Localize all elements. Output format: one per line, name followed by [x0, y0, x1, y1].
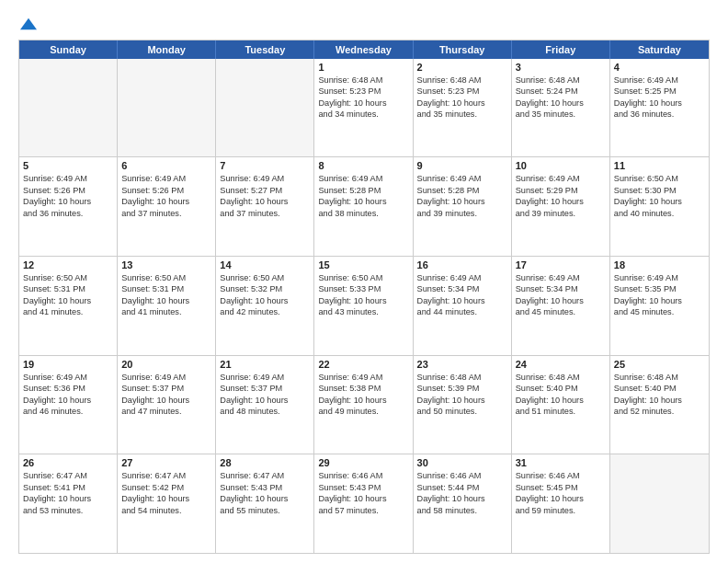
calendar-cell-5: 5Sunrise: 6:49 AM Sunset: 5:26 PM Daylig… [19, 157, 118, 256]
day-number: 6 [121, 160, 211, 171]
day-number: 9 [417, 160, 507, 171]
cell-info: Sunrise: 6:50 AM Sunset: 5:31 PM Dayligh… [121, 272, 211, 318]
day-number: 25 [614, 359, 705, 370]
calendar-cell-29: 29Sunrise: 6:46 AM Sunset: 5:43 PM Dayli… [314, 454, 413, 553]
weekday-header-monday: Monday [118, 40, 216, 59]
cell-info: Sunrise: 6:46 AM Sunset: 5:44 PM Dayligh… [417, 470, 507, 516]
calendar-row-4: 26Sunrise: 6:47 AM Sunset: 5:41 PM Dayli… [19, 454, 709, 553]
cell-info: Sunrise: 6:49 AM Sunset: 5:27 PM Dayligh… [220, 173, 310, 219]
calendar: SundayMondayTuesdayWednesdayThursdayFrid… [18, 40, 710, 554]
calendar-cell-12: 12Sunrise: 6:50 AM Sunset: 5:31 PM Dayli… [19, 257, 118, 355]
cell-info: Sunrise: 6:49 AM Sunset: 5:34 PM Dayligh… [417, 272, 507, 318]
weekday-header-thursday: Thursday [414, 40, 512, 59]
svg-marker-0 [20, 17, 37, 29]
cell-info: Sunrise: 6:48 AM Sunset: 5:40 PM Dayligh… [614, 372, 705, 418]
calendar-cell-13: 13Sunrise: 6:50 AM Sunset: 5:31 PM Dayli… [118, 257, 216, 355]
cell-info: Sunrise: 6:48 AM Sunset: 5:23 PM Dayligh… [318, 75, 408, 121]
cell-info: Sunrise: 6:48 AM Sunset: 5:39 PM Dayligh… [417, 372, 507, 418]
day-number: 30 [417, 457, 507, 468]
day-number: 14 [220, 259, 310, 270]
day-number: 19 [23, 359, 113, 370]
cell-info: Sunrise: 6:49 AM Sunset: 5:36 PM Dayligh… [23, 372, 113, 418]
weekday-header-friday: Friday [512, 40, 610, 59]
calendar-cell-4: 4Sunrise: 6:49 AM Sunset: 5:25 PM Daylig… [610, 59, 709, 157]
logo [18, 15, 37, 32]
calendar-row-3: 19Sunrise: 6:49 AM Sunset: 5:36 PM Dayli… [19, 355, 709, 454]
calendar-cell-21: 21Sunrise: 6:49 AM Sunset: 5:37 PM Dayli… [216, 356, 314, 454]
weekday-header-wednesday: Wednesday [314, 40, 413, 59]
calendar-cell-28: 28Sunrise: 6:47 AM Sunset: 5:43 PM Dayli… [216, 454, 314, 553]
weekday-header-sunday: Sunday [19, 40, 118, 59]
day-number: 22 [318, 359, 408, 370]
cell-info: Sunrise: 6:50 AM Sunset: 5:30 PM Dayligh… [614, 173, 705, 219]
cell-info: Sunrise: 6:49 AM Sunset: 5:38 PM Dayligh… [318, 372, 408, 418]
cell-info: Sunrise: 6:49 AM Sunset: 5:35 PM Dayligh… [614, 272, 705, 318]
calendar-cell-11: 11Sunrise: 6:50 AM Sunset: 5:30 PM Dayli… [610, 157, 709, 256]
cell-info: Sunrise: 6:49 AM Sunset: 5:26 PM Dayligh… [121, 173, 211, 219]
cell-info: Sunrise: 6:49 AM Sunset: 5:34 PM Dayligh… [516, 272, 606, 318]
day-number: 26 [23, 457, 113, 468]
cell-info: Sunrise: 6:48 AM Sunset: 5:24 PM Dayligh… [516, 75, 606, 121]
cell-info: Sunrise: 6:47 AM Sunset: 5:42 PM Dayligh… [121, 470, 211, 516]
cell-info: Sunrise: 6:49 AM Sunset: 5:29 PM Dayligh… [516, 173, 606, 219]
cell-info: Sunrise: 6:50 AM Sunset: 5:32 PM Dayligh… [220, 272, 310, 318]
calendar-cell-empty-1 [118, 59, 216, 157]
day-number: 24 [516, 359, 606, 370]
calendar-body: 1Sunrise: 6:48 AM Sunset: 5:23 PM Daylig… [19, 59, 709, 553]
day-number: 7 [220, 160, 310, 171]
day-number: 13 [121, 259, 211, 270]
calendar-cell-16: 16Sunrise: 6:49 AM Sunset: 5:34 PM Dayli… [414, 257, 512, 355]
day-number: 17 [516, 259, 606, 270]
day-number: 21 [220, 359, 310, 370]
cell-info: Sunrise: 6:49 AM Sunset: 5:28 PM Dayligh… [318, 173, 408, 219]
calendar-cell-10: 10Sunrise: 6:49 AM Sunset: 5:29 PM Dayli… [512, 157, 610, 256]
calendar-cell-8: 8Sunrise: 6:49 AM Sunset: 5:28 PM Daylig… [314, 157, 413, 256]
cell-info: Sunrise: 6:47 AM Sunset: 5:43 PM Dayligh… [220, 470, 310, 516]
day-number: 18 [614, 259, 705, 270]
calendar-cell-empty-0 [19, 59, 118, 157]
calendar-cell-27: 27Sunrise: 6:47 AM Sunset: 5:42 PM Dayli… [118, 454, 216, 553]
calendar-cell-24: 24Sunrise: 6:48 AM Sunset: 5:40 PM Dayli… [512, 356, 610, 454]
cell-info: Sunrise: 6:46 AM Sunset: 5:43 PM Dayligh… [318, 470, 408, 516]
cell-info: Sunrise: 6:46 AM Sunset: 5:45 PM Dayligh… [516, 470, 606, 516]
day-number: 16 [417, 259, 507, 270]
day-number: 27 [121, 457, 211, 468]
day-number: 12 [23, 259, 113, 270]
day-number: 15 [318, 259, 408, 270]
day-number: 8 [318, 160, 408, 171]
day-number: 10 [516, 160, 606, 171]
cell-info: Sunrise: 6:50 AM Sunset: 5:33 PM Dayligh… [318, 272, 408, 318]
calendar-row-0: 1Sunrise: 6:48 AM Sunset: 5:23 PM Daylig… [19, 59, 709, 157]
day-number: 31 [516, 457, 606, 468]
calendar-cell-23: 23Sunrise: 6:48 AM Sunset: 5:39 PM Dayli… [414, 356, 512, 454]
calendar-cell-15: 15Sunrise: 6:50 AM Sunset: 5:33 PM Dayli… [314, 257, 413, 355]
weekday-header-tuesday: Tuesday [216, 40, 314, 59]
cell-info: Sunrise: 6:49 AM Sunset: 5:25 PM Dayligh… [614, 75, 705, 121]
calendar-cell-2: 2Sunrise: 6:48 AM Sunset: 5:23 PM Daylig… [414, 59, 512, 157]
calendar-cell-18: 18Sunrise: 6:49 AM Sunset: 5:35 PM Dayli… [610, 257, 709, 355]
calendar-cell-7: 7Sunrise: 6:49 AM Sunset: 5:27 PM Daylig… [216, 157, 314, 256]
header [18, 15, 710, 32]
day-number: 5 [23, 160, 113, 171]
cell-info: Sunrise: 6:48 AM Sunset: 5:40 PM Dayligh… [516, 372, 606, 418]
logo-icon [20, 16, 37, 32]
cell-info: Sunrise: 6:47 AM Sunset: 5:41 PM Dayligh… [23, 470, 113, 516]
weekday-header-saturday: Saturday [610, 40, 709, 59]
calendar-cell-22: 22Sunrise: 6:49 AM Sunset: 5:38 PM Dayli… [314, 356, 413, 454]
cell-info: Sunrise: 6:49 AM Sunset: 5:37 PM Dayligh… [121, 372, 211, 418]
cell-info: Sunrise: 6:49 AM Sunset: 5:28 PM Dayligh… [417, 173, 507, 219]
cell-info: Sunrise: 6:49 AM Sunset: 5:26 PM Dayligh… [23, 173, 113, 219]
calendar-cell-1: 1Sunrise: 6:48 AM Sunset: 5:23 PM Daylig… [314, 59, 413, 157]
day-number: 23 [417, 359, 507, 370]
logo-general [18, 15, 37, 32]
calendar-cell-31: 31Sunrise: 6:46 AM Sunset: 5:45 PM Dayli… [512, 454, 610, 553]
cell-info: Sunrise: 6:48 AM Sunset: 5:23 PM Dayligh… [417, 75, 507, 121]
page: SundayMondayTuesdayWednesdayThursdayFrid… [0, 0, 728, 563]
calendar-cell-25: 25Sunrise: 6:48 AM Sunset: 5:40 PM Dayli… [610, 356, 709, 454]
calendar-cell-9: 9Sunrise: 6:49 AM Sunset: 5:28 PM Daylig… [414, 157, 512, 256]
day-number: 11 [614, 160, 705, 171]
day-number: 3 [516, 62, 606, 73]
calendar-header: SundayMondayTuesdayWednesdayThursdayFrid… [19, 40, 709, 59]
day-number: 28 [220, 457, 310, 468]
calendar-cell-20: 20Sunrise: 6:49 AM Sunset: 5:37 PM Dayli… [118, 356, 216, 454]
